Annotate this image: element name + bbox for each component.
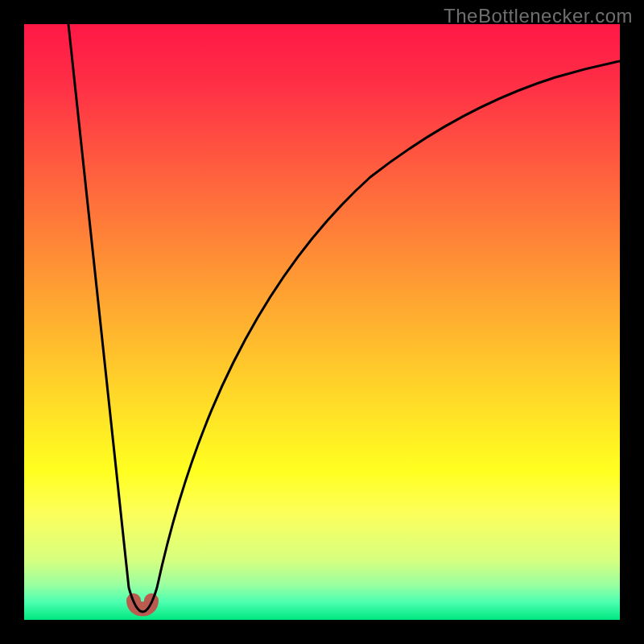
bottleneck-curve [68,24,620,612]
curve-layer [24,24,620,620]
chart-frame: TheBottlenecker.com [0,0,644,644]
plot-area [24,24,620,620]
